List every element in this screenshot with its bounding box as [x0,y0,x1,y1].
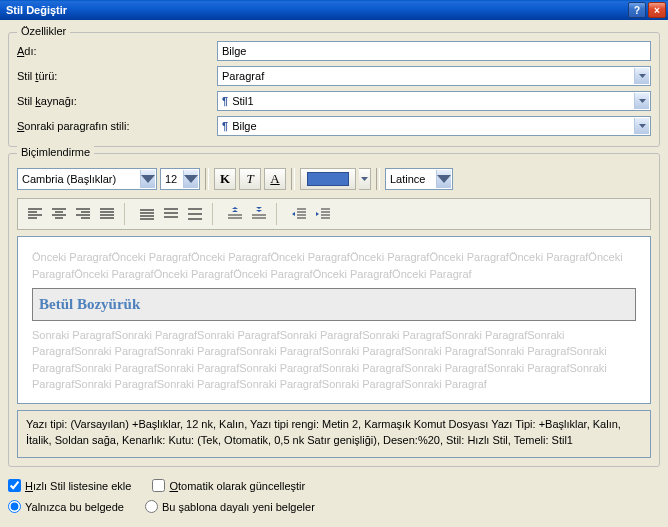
chevron-down-icon[interactable] [634,93,649,109]
align-left-button[interactable] [24,203,46,225]
script-value: Latince [390,173,425,185]
type-value: Paragraf [222,70,264,82]
based-select[interactable]: ¶ Stil1 [217,91,651,111]
font-color-dropdown[interactable] [359,168,371,190]
linespace-1-5-button[interactable] [160,203,182,225]
separator [276,203,282,225]
font-color-button[interactable] [300,168,356,190]
following-label: Sonraki paragrafın stili: [17,120,213,132]
formatting-group: Biçimlendirme Cambria (Başlıklar) 12 K T… [8,153,660,467]
name-input[interactable] [217,41,651,61]
align-justify-button[interactable] [96,203,118,225]
chevron-down-icon[interactable] [183,170,198,188]
separator [205,168,209,190]
quick-style-checkbox[interactable] [8,479,21,492]
font-size-value: 12 [165,173,177,185]
pilcrow-icon: ¶ [222,120,228,132]
template-radio-input[interactable] [145,500,158,513]
preview-sample: Betül Bozyürük [32,288,636,321]
linespace-1-button[interactable] [136,203,158,225]
auto-update-check[interactable]: Otomatik olarak güncelleştir [152,479,305,492]
only-doc-label: Yalnızca bu belgede [25,501,124,513]
style-description: Yazı tipi: (Varsayılan) +Başlıklar, 12 n… [17,410,651,458]
color-swatch [307,172,349,186]
auto-update-checkbox[interactable] [152,479,165,492]
separator [212,203,218,225]
space-before-inc-button[interactable] [224,203,246,225]
chevron-down-icon[interactable] [634,118,649,134]
align-center-button[interactable] [48,203,70,225]
chevron-down-icon[interactable] [140,170,155,188]
indent-increase-button[interactable] [312,203,334,225]
align-right-button[interactable] [72,203,94,225]
based-value: Stil1 [232,95,253,107]
bold-button[interactable]: K [214,168,236,190]
help-button[interactable]: ? [628,2,646,18]
following-select[interactable]: ¶ Bilge [217,116,651,136]
pilcrow-icon: ¶ [222,95,228,107]
preview-after: Sonraki ParagrafSonraki ParagrafSonraki … [32,327,636,393]
font-family-select[interactable]: Cambria (Başlıklar) [17,168,157,190]
italic-button[interactable]: T [239,168,261,190]
separator [124,203,130,225]
options-area: Hızlı Stil listesine ekle Otomatik olara… [8,479,660,515]
separator [376,168,380,190]
script-select[interactable]: Latince [385,168,453,190]
indent-decrease-button[interactable] [288,203,310,225]
underline-button[interactable]: A [264,168,286,190]
window-title: Stil Değiştir [6,4,67,16]
name-label: Adı: [17,45,213,57]
chevron-down-icon[interactable] [634,68,649,84]
type-select[interactable]: Paragraf [217,66,651,86]
type-label: Stil türü: [17,70,213,82]
title-bar: Stil Değiştir ? × [0,0,668,20]
following-value: Bilge [232,120,256,132]
linespace-2-button[interactable] [184,203,206,225]
only-doc-radio[interactable]: Yalnızca bu belgede [8,500,124,513]
formatting-label: Biçimlendirme [17,146,94,158]
paragraph-toolbar [17,198,651,230]
based-label: Stil kaynağı: [17,95,213,107]
template-label: Bu şablona dayalı yeni belgeler [162,501,315,513]
font-family-value: Cambria (Başlıklar) [22,173,116,185]
template-radio[interactable]: Bu şablona dayalı yeni belgeler [145,500,315,513]
space-before-dec-button[interactable] [248,203,270,225]
preview-pane: Önceki ParagrafÖnceki ParagrafÖnceki Par… [17,236,651,404]
font-size-select[interactable]: 12 [160,168,200,190]
chevron-down-icon[interactable] [436,170,451,188]
close-button[interactable]: × [648,2,666,18]
only-doc-radio-input[interactable] [8,500,21,513]
font-toolbar: Cambria (Başlıklar) 12 K T A Latince [17,168,651,190]
separator [291,168,295,190]
properties-label: Özellikler [17,25,70,37]
properties-group: Özellikler Adı: Stil türü: Paragraf Stil… [8,32,660,147]
quick-style-check[interactable]: Hızlı Stil listesine ekle [8,479,131,492]
preview-before: Önceki ParagrafÖnceki ParagrafÖnceki Par… [32,249,636,282]
